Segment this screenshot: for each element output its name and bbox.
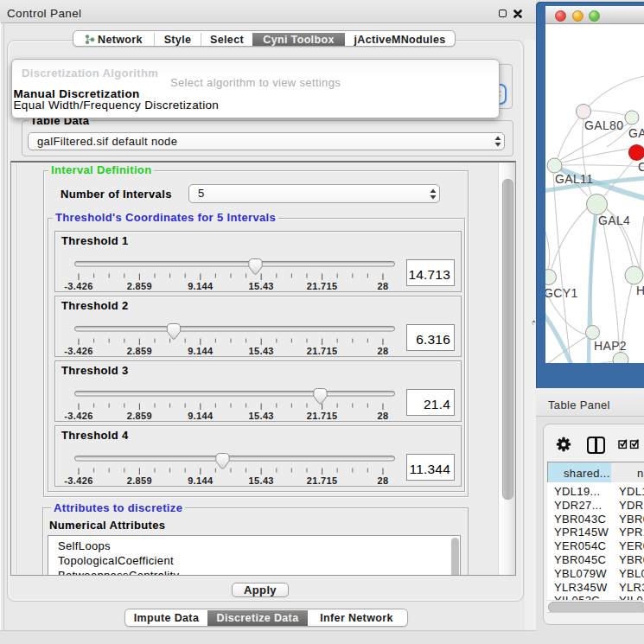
- svg-text:9.144: 9.144: [188, 346, 214, 356]
- svg-text:28: 28: [377, 475, 388, 486]
- svg-text:15.43: 15.43: [248, 281, 273, 291]
- svg-text:28: 28: [377, 411, 388, 421]
- svg-text:9.144: 9.144: [188, 411, 214, 421]
- svg-text:-3.426: -3.426: [64, 411, 92, 421]
- svg-text:2.859: 2.859: [126, 346, 151, 356]
- svg-text:9.144: 9.144: [188, 475, 214, 486]
- svg-text:9.144: 9.144: [188, 281, 214, 291]
- svg-text:15.43: 15.43: [248, 475, 273, 486]
- svg-text:-3.426: -3.426: [64, 346, 92, 356]
- svg-text:21.715: 21.715: [306, 475, 337, 486]
- svg-text:21.715: 21.715: [306, 281, 337, 291]
- svg-text:-3.426: -3.426: [64, 281, 92, 291]
- svg-text:H: H: [636, 284, 644, 297]
- svg-text:-3.426: -3.426: [64, 475, 92, 486]
- svg-text:2.859: 2.859: [126, 475, 151, 486]
- svg-text:GAL80: GAL80: [584, 118, 623, 132]
- svg-text:21.715: 21.715: [306, 346, 337, 356]
- svg-text:28: 28: [377, 281, 388, 291]
- svg-text:2.859: 2.859: [126, 281, 151, 291]
- svg-text:28: 28: [377, 346, 388, 356]
- svg-text:2.859: 2.859: [126, 411, 151, 421]
- svg-text:15.43: 15.43: [248, 346, 273, 356]
- svg-text:21.715: 21.715: [306, 411, 337, 421]
- svg-text:HAP2: HAP2: [594, 339, 627, 353]
- svg-text:GAL11: GAL11: [555, 172, 593, 186]
- svg-text:GCY1: GCY1: [545, 286, 578, 300]
- svg-text:GA: GA: [628, 126, 644, 140]
- svg-text:C: C: [638, 160, 644, 174]
- svg-text:15.43: 15.43: [248, 411, 273, 421]
- svg-text:GAL4: GAL4: [598, 214, 630, 227]
